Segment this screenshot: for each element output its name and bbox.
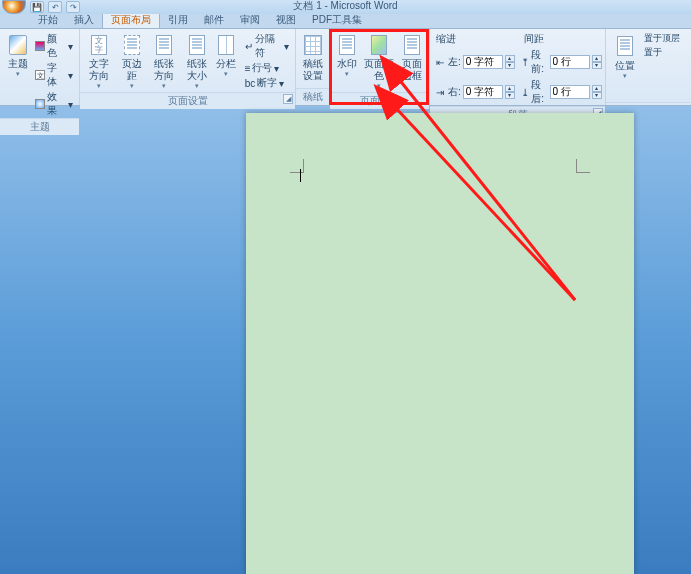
spacing-after-down[interactable]: ▾	[592, 92, 602, 99]
indent-left-up[interactable]: ▴	[505, 55, 515, 62]
group-manuscript: 稿纸 设置 稿纸	[296, 29, 330, 105]
group-manuscript-label: 稿纸	[296, 88, 329, 105]
group-arrange: 位置▾ 置于顶层 置于	[606, 29, 690, 105]
document-area[interactable]	[246, 113, 634, 574]
document-page	[246, 113, 634, 574]
spacing-before-icon: ⤒	[521, 56, 530, 68]
spacing-before-down[interactable]: ▾	[592, 62, 602, 69]
margins-label: 页边距	[117, 58, 145, 82]
tab-home[interactable]: 开始	[30, 12, 66, 28]
page-borders-icon	[402, 34, 422, 56]
text-direction-icon: 文字	[89, 34, 109, 56]
group-arrange-label	[606, 102, 690, 105]
theme-colors[interactable]: 颜色▾	[33, 32, 75, 60]
spacing-after-input[interactable]	[550, 85, 590, 99]
indent-right-up[interactable]: ▴	[505, 85, 515, 92]
margins-icon	[122, 34, 142, 56]
themes-label: 主题	[8, 58, 28, 70]
window-title: 文档 1 - Microsoft Word	[293, 0, 397, 13]
columns-icon	[216, 34, 236, 56]
themes-icon	[8, 34, 28, 56]
group-themes: 主题 ▾ 颜色▾ 文字体▾ 效果▾ 主题	[0, 29, 80, 105]
margins-button[interactable]: 页边距▾	[116, 32, 146, 92]
line-numbers-button[interactable]: ≡行号▾	[243, 61, 291, 75]
size-button[interactable]: 纸张大小▾	[181, 32, 211, 92]
breaks-label: 分隔符	[255, 32, 282, 60]
spacing-before-up[interactable]: ▴	[592, 55, 602, 62]
manuscript-button[interactable]: 稿纸 设置	[300, 32, 325, 84]
indent-left-label: 左:	[448, 55, 461, 69]
qat-undo[interactable]: ↶	[48, 1, 62, 13]
indent-right-icon: ⇥	[434, 86, 446, 98]
tab-review[interactable]: 审阅	[232, 12, 268, 28]
spacing-after-icon: ⤓	[521, 86, 530, 98]
orientation-button[interactable]: 纸张方向▾	[149, 32, 179, 92]
size-icon	[187, 34, 207, 56]
spacing-before-field: ⤒段前:▴▾	[521, 48, 602, 76]
theme-fonts[interactable]: 文字体▾	[33, 61, 75, 89]
position-label: 位置	[615, 60, 635, 72]
indent-right-input[interactable]	[463, 85, 503, 99]
ribbon-tabs: 开始 插入 页面布局 引用 邮件 审阅 视图 PDF工具集	[0, 14, 691, 29]
theme-fonts-label: 字体	[47, 61, 66, 89]
page-color-label: 页面颜色	[363, 58, 395, 82]
qat-save[interactable]: 💾	[30, 1, 44, 13]
line-numbers-label: 行号	[252, 61, 272, 75]
colors-icon	[35, 41, 45, 51]
manuscript-label: 稿纸 设置	[303, 58, 323, 82]
hyphenation-label: 断字	[257, 76, 277, 90]
group-page-background: 水印▾ 页面颜色▾ 页面 边框 页面背景	[330, 29, 430, 105]
spacing-header: 间距	[524, 32, 544, 46]
send-behind-label: 置于	[644, 46, 662, 59]
watermark-button[interactable]: 水印▾	[334, 32, 360, 80]
spacing-after-up[interactable]: ▴	[592, 85, 602, 92]
bring-front-button[interactable]: 置于顶层	[642, 32, 682, 45]
tab-references[interactable]: 引用	[160, 12, 196, 28]
hyphenation-icon: bc	[245, 78, 256, 89]
position-button[interactable]: 位置▾	[610, 32, 640, 82]
page-color-button[interactable]: 页面颜色▾	[362, 32, 396, 92]
indent-left-down[interactable]: ▾	[505, 62, 515, 69]
office-button[interactable]	[2, 0, 26, 14]
page-color-icon	[369, 34, 389, 56]
indent-left-field: ⇤左:▴▾	[434, 48, 515, 76]
text-cursor	[300, 169, 301, 182]
text-direction-button[interactable]: 文字文字方向▾	[84, 32, 114, 92]
hyphenation-button[interactable]: bc断字▾	[243, 76, 291, 90]
breaks-button[interactable]: ↵分隔符▾	[243, 32, 291, 60]
spacing-after-field: ⤓段后:▴▾	[521, 78, 602, 106]
tab-insert[interactable]: 插入	[66, 12, 102, 28]
tab-mailings[interactable]: 邮件	[196, 12, 232, 28]
spacing-before-label: 段前:	[531, 48, 547, 76]
page-borders-label: 页面 边框	[402, 58, 422, 82]
indent-right-field: ⇥右:▴▾	[434, 78, 515, 106]
indent-left-icon: ⇤	[434, 56, 446, 68]
effects-icon	[35, 99, 45, 109]
qat-redo[interactable]: ↷	[66, 1, 80, 13]
themes-button[interactable]: 主题 ▾	[4, 32, 31, 80]
chevron-down-icon: ▾	[16, 70, 20, 78]
page-borders-button[interactable]: 页面 边框	[399, 32, 425, 84]
indent-right-label: 右:	[448, 85, 461, 99]
bring-front-label: 置于顶层	[644, 32, 680, 45]
breaks-icon: ↵	[245, 41, 253, 52]
indent-left-input[interactable]	[463, 55, 503, 69]
indent-header: 缩进	[436, 32, 456, 46]
group-page-setup: 文字文字方向▾ 页边距▾ 纸张方向▾ 纸张大小▾ 分栏▾ ↵分隔符▾ ≡行号▾ …	[80, 29, 296, 105]
indent-right-down[interactable]: ▾	[505, 92, 515, 99]
orientation-label: 纸张方向	[150, 58, 178, 82]
manuscript-icon	[303, 34, 323, 56]
theme-effects-label: 效果	[47, 90, 66, 118]
spacing-after-label: 段后:	[531, 78, 547, 106]
watermark-label: 水印	[337, 58, 357, 70]
size-label: 纸张大小	[182, 58, 210, 82]
spacing-before-input[interactable]	[550, 55, 590, 69]
page-setup-dialog-launcher[interactable]: ◢	[283, 94, 293, 104]
tab-pdf[interactable]: PDF工具集	[304, 12, 370, 28]
line-numbers-icon: ≡	[245, 63, 251, 74]
send-behind-button[interactable]: 置于	[642, 46, 682, 59]
theme-effects[interactable]: 效果▾	[33, 90, 75, 118]
columns-button[interactable]: 分栏▾	[214, 32, 239, 80]
quick-access-toolbar: 💾 ↶ ↷	[30, 1, 80, 13]
tab-view[interactable]: 视图	[268, 12, 304, 28]
